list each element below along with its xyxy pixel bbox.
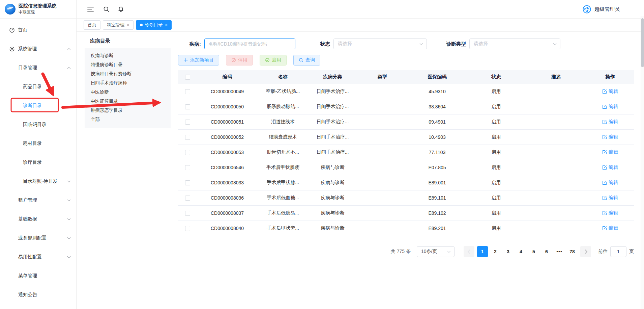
check-circle-icon	[265, 58, 270, 62]
row-checkbox[interactable]	[185, 104, 190, 109]
cell-actions: 编辑	[586, 164, 634, 171]
sidebar-item-usability-config[interactable]: 易用性配置	[0, 248, 76, 266]
edit-button[interactable]: 编辑	[602, 149, 618, 155]
page-button-78[interactable]: 78	[567, 246, 578, 257]
page-button-5[interactable]: 5	[528, 246, 539, 257]
cell-status: 启用	[467, 149, 526, 155]
sidebar-item-label: 目录管理	[18, 65, 37, 71]
chevron-down-icon	[67, 255, 71, 258]
edit-button[interactable]: 编辑	[602, 195, 618, 201]
notification-bell-icon[interactable]	[118, 6, 124, 12]
close-icon[interactable]: ×	[127, 23, 129, 27]
sidebar-item-home[interactable]: 首页	[0, 21, 76, 40]
edit-button[interactable]: 编辑	[602, 225, 618, 231]
sidebar-item-label: 业务规则配置	[18, 235, 47, 241]
window-scrollbar[interactable]	[641, 16, 644, 309]
edit-button[interactable]: 编辑	[602, 164, 618, 171]
catalog-item[interactable]: 按病种目录付费诊断	[85, 69, 171, 78]
cell-status: 启用	[467, 164, 526, 171]
catalog-item[interactable]: 中医诊断	[85, 87, 171, 97]
row-checkbox[interactable]	[185, 165, 190, 170]
edit-button[interactable]: 编辑	[602, 180, 618, 186]
sidebar-item-notice-announcement[interactable]: 通知公告	[0, 285, 76, 304]
sidebar-item-drug-catalog[interactable]: 药品目录	[0, 77, 76, 96]
sidebar-item-basic-data[interactable]: 基础数据	[0, 210, 76, 229]
sidebar-item-catalog-management[interactable]: 目录管理	[0, 58, 76, 77]
sidebar-item-national-clinical-code-catalog[interactable]: 国临码目录	[0, 115, 76, 134]
sidebar-item-treatment-catalog[interactable]: 诊疗目录	[0, 153, 76, 172]
edit-button[interactable]: 编辑	[602, 119, 618, 125]
page-button-3[interactable]: 3	[503, 246, 514, 257]
page-size-select[interactable]: 10条/页	[417, 246, 455, 257]
sidebar-item-system-management[interactable]: 系统管理	[0, 40, 76, 58]
row-checkbox[interactable]	[185, 196, 190, 201]
cell-code: CD0000008040	[197, 226, 258, 231]
catalog-item[interactable]: 疾病与诊断	[85, 51, 171, 60]
page-button-1[interactable]: 1	[477, 246, 488, 257]
edit-button[interactable]: 编辑	[602, 134, 618, 140]
catalog-item[interactable]: 肿瘤形态学目录	[85, 106, 171, 115]
goto-page-input[interactable]	[610, 246, 626, 257]
search-icon[interactable]	[103, 6, 110, 12]
scrollbar-thumb[interactable]	[641, 18, 644, 67]
diagnosis-type-select[interactable]: 请选择	[469, 38, 560, 49]
row-checkbox[interactable]	[185, 211, 190, 216]
cell-actions: 编辑	[586, 225, 634, 232]
user-menu[interactable]: 超级管理员	[582, 5, 620, 14]
column-header: 描述	[526, 74, 586, 80]
ban-icon	[231, 58, 236, 62]
pagination-more-icon[interactable]: •••	[554, 246, 565, 257]
edit-button[interactable]: 编辑	[602, 88, 618, 95]
cell-status: 启用	[467, 180, 526, 186]
pagination: 共 775 条 10条/页 123456•••78 前往 页	[178, 246, 634, 257]
tab-diagnosis-catalog[interactable]: 诊断目录 ×	[136, 20, 172, 30]
sidebar-item-label: 系统管理	[18, 46, 37, 52]
edit-pen-icon	[602, 89, 607, 94]
row-checkbox[interactable]	[185, 150, 190, 155]
sidebar-item-tenant-management[interactable]: 租户管理	[0, 191, 76, 210]
disease-search-input[interactable]	[204, 38, 295, 49]
row-checkbox[interactable]	[185, 89, 190, 94]
query-button[interactable]: 查询	[293, 55, 320, 66]
sidebar-item-menu-management[interactable]: 菜单管理	[0, 266, 76, 285]
sidebar-item-label: 易用性配置	[18, 254, 42, 260]
sidebar-item-business-rules-config[interactable]: 业务规则配置	[0, 229, 76, 248]
table-row: CD0000008040 手术后甲状旁... 疾病与诊断 E89.201 启用 …	[178, 221, 634, 236]
edit-pen-icon	[602, 150, 607, 155]
menu-toggle-icon[interactable]	[87, 7, 94, 11]
next-page-button[interactable]	[580, 246, 591, 257]
sidebar-item-label: 目录对照-待开发	[23, 178, 58, 184]
row-checkbox[interactable]	[185, 120, 190, 125]
catalog-item[interactable]: 特慢病诊断目录	[85, 60, 171, 69]
sidebar-item-label: 国临码目录	[23, 122, 47, 128]
page-button-6[interactable]: 6	[541, 246, 552, 257]
row-checkbox[interactable]	[185, 226, 190, 231]
disable-button[interactable]: 停用	[226, 55, 253, 66]
status-select[interactable]: 请选择	[333, 38, 427, 49]
sidebar-item-catalog-mapping-todo[interactable]: 目录对照-待开发	[0, 172, 76, 191]
close-icon[interactable]: ×	[165, 23, 168, 27]
tab-department-management[interactable]: 科室管理 ×	[103, 20, 134, 30]
catalog-item[interactable]: 全部	[85, 115, 171, 124]
sidebar-item-diagnosis-catalog[interactable]: 诊断目录	[0, 96, 76, 115]
page-button-4[interactable]: 4	[516, 246, 526, 257]
sidebar-item-consumables-catalog[interactable]: 耗材目录	[0, 134, 76, 153]
cell-insurance-code: 45.9310	[408, 89, 467, 94]
add-item-button[interactable]: 添加新项目	[178, 55, 219, 66]
row-checkbox[interactable]	[185, 135, 190, 140]
catalog-item-label: 日间手术治疗病种	[91, 80, 127, 85]
enable-button[interactable]: 启用	[260, 55, 287, 66]
edit-button[interactable]: 编辑	[602, 104, 618, 110]
select-all-checkbox[interactable]	[185, 75, 190, 80]
catalog-item[interactable]: 中医证候目录	[85, 97, 171, 106]
page-button-2[interactable]: 2	[490, 246, 501, 257]
catalog-item[interactable]: 日间手术治疗病种	[85, 78, 171, 87]
row-checkbox[interactable]	[185, 180, 190, 185]
cell-status: 启用	[467, 88, 526, 95]
prev-page-button[interactable]	[464, 246, 474, 257]
sidebar-item-label: 诊断目录	[23, 103, 42, 109]
sidebar-item-label: 租户管理	[18, 197, 37, 203]
row-select-cell	[178, 134, 197, 140]
edit-button[interactable]: 编辑	[602, 210, 618, 216]
tab-home[interactable]: 首页	[84, 20, 100, 30]
